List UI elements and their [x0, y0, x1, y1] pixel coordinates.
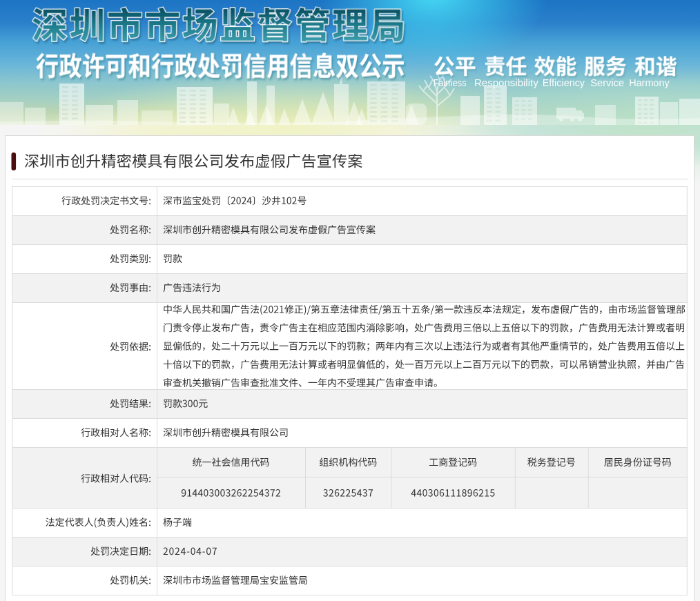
svg-text:Efficiency: Efficiency: [543, 77, 585, 88]
svg-text:Responsibility: Responsibility: [474, 77, 538, 88]
svg-text:Service: Service: [590, 77, 624, 88]
svg-text:Faimess: Faimess: [434, 77, 467, 88]
svg-text:Harmony: Harmony: [629, 77, 670, 88]
